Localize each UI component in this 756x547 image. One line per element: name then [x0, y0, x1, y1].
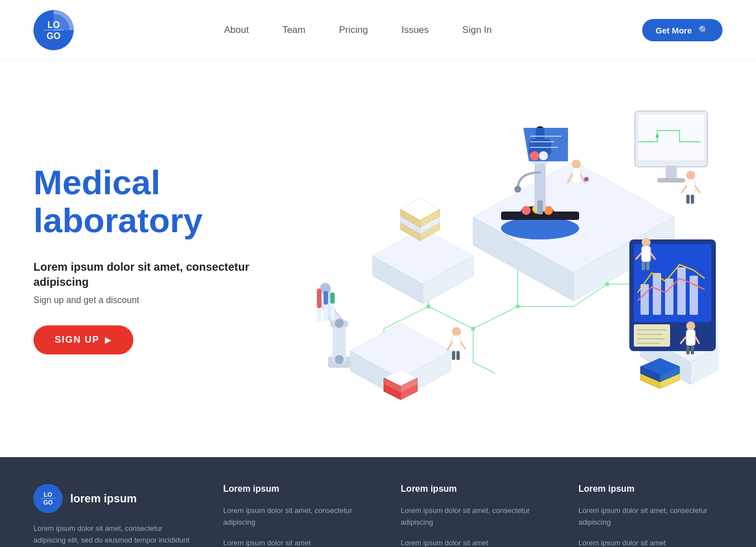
footer-col-3-title: Lorem ipsum — [579, 484, 723, 494]
svg-text:GO: GO — [47, 31, 61, 41]
svg-rect-76 — [642, 246, 651, 262]
svg-rect-33 — [537, 200, 543, 214]
svg-line-83 — [447, 342, 452, 350]
svg-point-34 — [514, 186, 521, 193]
svg-point-45 — [335, 319, 344, 328]
svg-point-81 — [452, 327, 461, 336]
hero-title: Medical laboratory — [33, 164, 257, 239]
svg-rect-71 — [572, 168, 581, 184]
svg-text:LO: LO — [47, 20, 60, 30]
svg-point-70 — [572, 160, 581, 169]
svg-point-49 — [656, 135, 659, 138]
svg-rect-54 — [641, 284, 649, 315]
svg-line-84 — [461, 342, 465, 349]
svg-rect-40 — [317, 289, 321, 308]
svg-line-96 — [695, 186, 700, 193]
hero-illustration — [257, 78, 723, 440]
svg-rect-79 — [642, 262, 645, 270]
footer-col-2-text2: Lorem ipsum dolor sit amet — [401, 538, 545, 547]
footer-col-3: Lorem ipsum Lorem ipsum dolor sit amet, … — [579, 484, 723, 547]
nav-pricing[interactable]: Pricing — [339, 25, 368, 36]
footer-brand-desc: Lorem ipsum dolor sit amet, consectetur … — [33, 523, 190, 547]
svg-rect-88 — [686, 330, 695, 346]
footer-col-2: Lorem ipsum Lorem ipsum dolor sit amet, … — [401, 484, 545, 547]
robot-arm — [317, 283, 350, 368]
svg-point-46 — [335, 355, 344, 364]
nav-about[interactable]: About — [224, 25, 248, 36]
signup-button[interactable]: SIGN UP ▶ — [33, 325, 133, 354]
hero-section: Medical laboratory Lorem ipsum dolor sit… — [0, 61, 756, 457]
logo[interactable]: LO GO — [33, 10, 74, 50]
svg-point-25 — [522, 206, 531, 215]
svg-rect-82 — [452, 335, 461, 351]
svg-rect-56 — [665, 279, 673, 315]
svg-point-87 — [686, 322, 695, 330]
notification-bubble — [523, 128, 568, 161]
header: LO GO About Team Pricing Issues Sign In … — [0, 0, 756, 61]
get-more-button[interactable]: Get More 🔍 — [642, 19, 723, 41]
svg-point-69 — [539, 151, 548, 160]
svg-point-8 — [471, 327, 475, 330]
svg-rect-57 — [677, 267, 686, 315]
hero-subtitle: Lorem ipsum dolor sit amet, consectetur … — [33, 260, 257, 290]
svg-rect-85 — [452, 351, 455, 360]
svg-rect-44 — [330, 292, 335, 304]
svg-text:GO: GO — [43, 499, 53, 506]
logo-circle: LO GO — [33, 10, 74, 50]
svg-rect-51 — [657, 178, 685, 183]
nav-issues[interactable]: Issues — [401, 25, 428, 36]
svg-point-93 — [686, 171, 695, 180]
footer: LO GO lorem ipsum Lorem ipsum dolor sit … — [0, 457, 756, 547]
svg-point-22 — [501, 217, 579, 239]
svg-rect-91 — [686, 346, 690, 354]
play-icon: ▶ — [105, 335, 112, 344]
svg-rect-58 — [690, 276, 698, 315]
nav-signin[interactable]: Sign In — [463, 25, 492, 36]
svg-rect-92 — [691, 346, 694, 354]
scientist-5 — [682, 171, 700, 204]
svg-rect-42 — [324, 291, 328, 305]
svg-point-68 — [530, 151, 539, 160]
svg-point-5 — [516, 305, 519, 308]
footer-col-1-text1: Lorem ipsum dolor sit amet, consectetur … — [223, 505, 367, 529]
nav-team[interactable]: Team — [282, 25, 306, 36]
svg-rect-50 — [666, 166, 677, 180]
lab-illustration-svg — [261, 83, 719, 435]
svg-point-4 — [427, 305, 430, 308]
monitor — [635, 111, 707, 183]
footer-brand: LO GO lorem ipsum Lorem ipsum dolor sit … — [33, 484, 190, 547]
footer-col-1-title: Lorem ipsum — [223, 484, 367, 494]
svg-line-95 — [682, 186, 686, 193]
header-right: Get More 🔍 — [642, 19, 723, 41]
footer-logo: LO GO — [33, 484, 62, 513]
svg-rect-86 — [456, 351, 460, 360]
search-icon: 🔍 — [699, 25, 709, 35]
footer-col-2-text1: Lorem ipsum dolor sit amet, consectetur … — [401, 505, 545, 529]
svg-rect-98 — [691, 195, 694, 204]
svg-rect-48 — [638, 114, 704, 160]
footer-col-2-title: Lorem ipsum — [401, 484, 545, 494]
hero-text: Medical laboratory Lorem ipsum dolor sit… — [33, 164, 257, 354]
footer-col-3-text2: Lorem ipsum dolor sit amet — [579, 538, 723, 547]
small-platform-left — [373, 228, 473, 304]
svg-text:LO: LO — [44, 491, 52, 498]
svg-point-74 — [584, 177, 589, 181]
footer-brand-name: lorem ipsum — [70, 492, 137, 505]
hero-description: Sign up and get a discount — [33, 295, 257, 305]
svg-rect-55 — [653, 273, 661, 315]
footer-logo-row: LO GO lorem ipsum — [33, 484, 190, 513]
svg-rect-97 — [686, 195, 690, 204]
footer-col-1-text2: Lorem ipsum dolor sit amet — [223, 538, 367, 547]
svg-rect-80 — [646, 262, 649, 270]
svg-point-75 — [642, 238, 651, 247]
svg-rect-94 — [686, 179, 695, 195]
footer-col-1: Lorem ipsum Lorem ipsum dolor sit amet, … — [223, 484, 367, 547]
footer-col-3-text1: Lorem ipsum dolor sit amet, consectetur … — [579, 505, 723, 529]
nav: About Team Pricing Issues Sign In — [224, 25, 492, 36]
